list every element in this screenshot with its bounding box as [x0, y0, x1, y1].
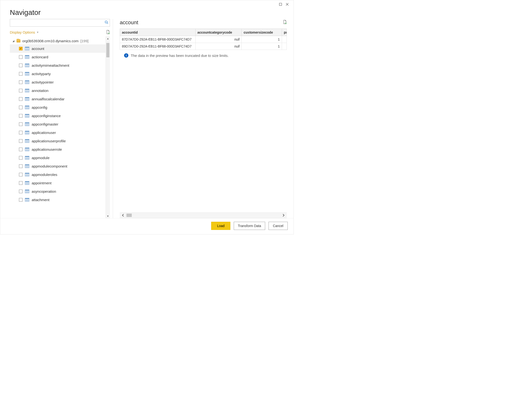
tree-item[interactable]: asyncoperation: [10, 187, 106, 195]
tree-item[interactable]: appconfiginstance: [10, 112, 106, 120]
svg-rect-97: [25, 173, 29, 174]
tree-item-label: activityparty: [32, 72, 51, 76]
table-icon: [25, 89, 29, 92]
vertical-scrollbar[interactable]: ▲ ▼: [106, 36, 110, 218]
svg-rect-13: [25, 55, 29, 56]
table-header-row: accountid accountcategorycode customersi…: [120, 29, 287, 36]
checkbox[interactable]: [19, 156, 22, 160]
close-icon: [286, 3, 289, 6]
preview-refresh-button[interactable]: [283, 20, 287, 25]
checkbox[interactable]: ✓: [19, 47, 22, 51]
tree-item[interactable]: appmoduleroles: [10, 170, 106, 179]
scroll-left-icon[interactable]: [120, 213, 126, 218]
tree-item[interactable]: appconfig: [10, 103, 106, 112]
table-icon: [25, 80, 29, 84]
svg-rect-0: [279, 3, 282, 6]
tree-wrap: ◢ org0b539308.crm10.dynamics.com [199] ✓…: [10, 36, 110, 218]
tree-item[interactable]: applicationuser: [10, 128, 106, 137]
tree-item[interactable]: attachment: [10, 195, 106, 204]
cell-partial: [282, 43, 286, 50]
truncation-text: The data in the preview has been truncat…: [131, 53, 229, 58]
svg-rect-31: [25, 81, 29, 82]
tree-item-label: actioncard: [32, 55, 48, 59]
cell-customersizecode: 1: [242, 43, 282, 50]
tree-item[interactable]: appconfigmaster: [10, 120, 106, 128]
tree-item-label: appconfiginstance: [32, 114, 61, 118]
window-close-button[interactable]: [284, 2, 291, 7]
hscroll-thumb[interactable]: [126, 214, 132, 217]
scroll-down-icon[interactable]: ▼: [106, 214, 110, 218]
restore-icon: [279, 3, 282, 6]
tree-list: ✓accountactioncardactivitymimeattachment…: [10, 44, 106, 204]
svg-rect-55: [25, 114, 29, 115]
tree-item[interactable]: applicationuserrole: [10, 145, 106, 154]
checkbox[interactable]: [19, 89, 22, 92]
table-row[interactable]: 89D7A7D0-292A-EB11-BF68-000D3AFC74D7null…: [120, 43, 287, 50]
checkbox[interactable]: [19, 131, 22, 134]
svg-rect-25: [25, 72, 29, 73]
cancel-button[interactable]: Cancel: [269, 222, 288, 230]
tree-item[interactable]: ✓account: [10, 44, 106, 53]
root-label: org0b539308.crm10.dynamics.com: [22, 39, 79, 43]
svg-rect-85: [25, 156, 29, 157]
checkbox[interactable]: [19, 72, 22, 76]
checkbox[interactable]: [19, 114, 22, 118]
checkbox[interactable]: [19, 106, 22, 109]
folder-icon: [17, 39, 20, 42]
checkbox[interactable]: [19, 80, 22, 84]
svg-rect-37: [25, 89, 29, 90]
checkbox[interactable]: [19, 139, 22, 143]
table-row[interactable]: 87D7A7D0-292A-EB11-BF68-000D3AFC74D7null…: [120, 36, 287, 43]
load-button[interactable]: Load: [211, 222, 230, 230]
svg-rect-19: [25, 64, 29, 65]
checkbox[interactable]: [19, 97, 22, 101]
navigator-left-panel: Display Options ▼ ◢ org0b539308.crm10.dy…: [10, 19, 113, 218]
col-header-accountcategorycode[interactable]: accountcategorycode: [195, 29, 242, 36]
tree-item[interactable]: applicationuserprofile: [10, 137, 106, 145]
cell-partial: [282, 36, 286, 43]
tree-item[interactable]: annualfiscalcalendar: [10, 95, 106, 103]
checkbox[interactable]: [19, 190, 22, 193]
scroll-thumb[interactable]: [106, 43, 110, 57]
tree-item[interactable]: appmodulecomponent: [10, 162, 106, 170]
display-options-dropdown[interactable]: Display Options ▼: [10, 30, 39, 34]
checkbox[interactable]: [19, 148, 22, 151]
tree-item[interactable]: activitypointer: [10, 78, 106, 86]
tree-item[interactable]: appmodule: [10, 154, 106, 162]
scroll-right-icon[interactable]: [280, 213, 287, 218]
select-related-tables-icon[interactable]: [106, 30, 110, 34]
transform-data-button[interactable]: Transform Data: [234, 222, 265, 230]
scroll-track[interactable]: [106, 41, 110, 214]
tree-item-label: account: [32, 47, 44, 51]
scroll-up-icon[interactable]: ▲: [106, 36, 110, 41]
search-icon[interactable]: [105, 20, 109, 25]
checkbox[interactable]: [19, 198, 22, 202]
table-icon: [25, 114, 29, 118]
cell-accountid: 87D7A7D0-292A-EB11-BF68-000D3AFC74D7: [120, 36, 196, 43]
tree-item[interactable]: appointment: [10, 179, 106, 187]
tree-root-node[interactable]: ◢ org0b539308.crm10.dynamics.com [199]: [10, 37, 106, 44]
search-input[interactable]: [10, 19, 110, 27]
checkbox[interactable]: [19, 181, 22, 185]
root-count: [199]: [80, 39, 88, 43]
tree-item[interactable]: annotation: [10, 86, 106, 95]
tree-item[interactable]: actioncard: [10, 53, 106, 61]
dialog-footer: Load Transform Data Cancel: [0, 218, 293, 234]
col-header-customersizecode[interactable]: customersizecode: [242, 29, 282, 36]
checkbox[interactable]: [19, 164, 22, 168]
table-icon: [25, 190, 29, 193]
horizontal-scrollbar[interactable]: [120, 212, 287, 218]
col-header-partial[interactable]: pr: [282, 29, 286, 36]
search-row: [10, 19, 110, 27]
checkbox[interactable]: [19, 64, 22, 67]
tree-item[interactable]: activitymimeattachment: [10, 61, 106, 70]
col-header-accountid[interactable]: accountid: [120, 29, 196, 36]
hscroll-track[interactable]: [126, 213, 280, 218]
checkbox[interactable]: [19, 123, 22, 126]
checkbox[interactable]: [19, 55, 22, 59]
checkbox[interactable]: [19, 173, 22, 176]
window-restore-button[interactable]: [277, 2, 284, 7]
tree-item[interactable]: activityparty: [10, 70, 106, 78]
table-icon: [25, 123, 29, 126]
preview-table: accountid accountcategorycode customersi…: [120, 29, 287, 50]
